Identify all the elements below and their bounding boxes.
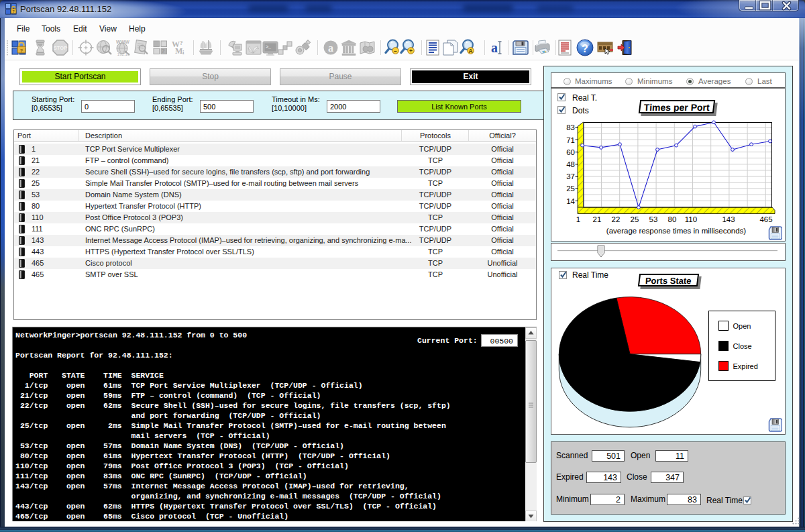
svg-text:22: 22 [612, 215, 621, 223]
svg-text:192.16: 192.16 [117, 52, 130, 56]
svg-text:53: 53 [649, 215, 658, 223]
svg-text:STOP: STOP [54, 45, 67, 51]
svg-text:25: 25 [631, 215, 639, 223]
svg-text:?: ? [161, 48, 165, 54]
svg-text:25: 25 [566, 184, 575, 193]
svg-text:71: 71 [566, 136, 575, 144]
svg-text:80: 80 [668, 215, 677, 223]
svg-text:a: a [491, 40, 498, 55]
svg-text:465: 465 [759, 215, 772, 223]
svg-text:(average response times in mil: (average response times in milliseconds) [606, 227, 747, 235]
svg-text:>_: >_ [266, 44, 271, 49]
svg-text:48: 48 [566, 160, 575, 168]
svg-text:?: ? [180, 40, 183, 46]
svg-text:+: + [409, 48, 413, 54]
svg-text:M: M [175, 46, 182, 56]
svg-text:21: 21 [593, 215, 602, 223]
svg-text:1: 1 [576, 215, 580, 223]
svg-text:?: ? [12, 9, 15, 13]
svg-text:60: 60 [566, 148, 575, 156]
svg-text:i: i [182, 49, 184, 56]
svg-text:110: 110 [685, 215, 697, 223]
svg-text:14: 14 [566, 197, 575, 205]
svg-text:?: ? [20, 48, 23, 54]
svg-text:?: ? [582, 43, 588, 54]
svg-text:a: a [328, 42, 333, 54]
svg-text:A: A [468, 48, 472, 54]
svg-text:143: 143 [722, 215, 735, 223]
svg-text:−: − [394, 48, 397, 54]
svg-text:83: 83 [566, 123, 575, 131]
svg-text:37: 37 [566, 172, 575, 180]
